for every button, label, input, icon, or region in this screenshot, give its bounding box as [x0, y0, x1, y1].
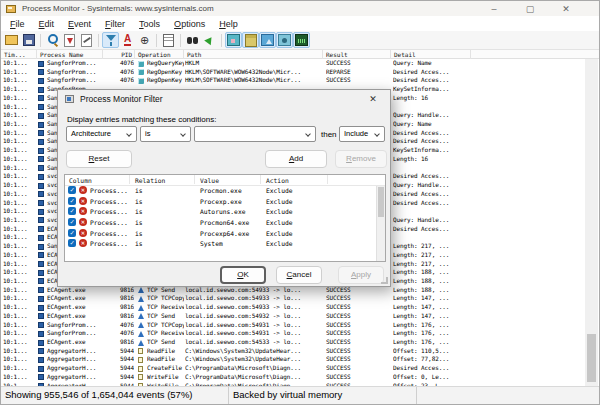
cell-time: 10:1... [3, 111, 37, 120]
menu-item-edit[interactable]: Edit [32, 19, 62, 29]
cell-path: local.id.seewo.com:54933 -> lo... [185, 294, 323, 303]
process-icon [38, 95, 44, 101]
cell-process-name: SangforProm... [47, 76, 103, 85]
filter-rule-row[interactable]: ✓✕Process...isProcmon.exeExclude [65, 186, 385, 197]
filter-cell-column: Process... [90, 197, 128, 208]
cell-operation: TCP TCPCopy [147, 294, 184, 303]
cell-path: C:\Windows\System32\UpdateHear... [185, 347, 323, 356]
filter-header-relation[interactable]: Relation [135, 175, 165, 186]
close-button[interactable]: ✕ [559, 2, 573, 16]
column-header-time[interactable]: Tim... [1, 50, 37, 59]
table-row[interactable]: 10:1...SangforProm...4076RegQueryKeyHKLM… [1, 59, 587, 68]
menu-item-filter[interactable]: Filter [98, 19, 132, 29]
filter-scrollbar-thumb[interactable] [378, 187, 384, 217]
column-dropdown[interactable]: Architecture [66, 126, 137, 142]
checkbox-checked-icon[interactable]: ✓ [68, 218, 76, 226]
minimize-button[interactable]: – [487, 2, 501, 16]
cell-result: REPARSE [326, 68, 388, 77]
filter-header-action[interactable]: Action [266, 175, 289, 186]
table-row[interactable]: 10:1...ECAgent.exe9816TCP Receivelocal.i… [1, 303, 587, 312]
filter-cell-column: Process... [90, 186, 128, 197]
reset-button[interactable]: Reset [66, 150, 132, 168]
cell-detail: Desired Acces... [393, 199, 583, 208]
capture-icon[interactable] [44, 32, 61, 48]
clear-icon[interactable] [78, 32, 95, 48]
filter-rule-row[interactable]: ✓✕Process...isAutoruns.exeExclude [65, 207, 385, 218]
jump-to-icon[interactable] [201, 32, 218, 48]
cell-operation: RegQueryKey [147, 59, 184, 68]
table-row[interactable]: 10:1...ECAgent.exe9816TCP Sendlocal.id.s… [1, 312, 587, 321]
filter-rule-row[interactable]: ✓✕Process...isProcexp64.exeExclude [65, 229, 385, 240]
autoscroll-icon[interactable] [61, 32, 78, 48]
open-icon[interactable] [3, 32, 20, 48]
table-row[interactable]: 10:1...AggregatorH...5944ReadFileC:\Wind… [1, 347, 587, 356]
dialog-resize-grip[interactable] [381, 277, 388, 284]
value-dropdown[interactable] [194, 126, 316, 142]
column-header-pid[interactable]: PID [103, 50, 135, 59]
table-row[interactable]: 10:1...AggregatorH...5944CreateFileC:\Pr… [1, 364, 587, 373]
cell-path: HKLM [185, 59, 323, 68]
event-properties-icon[interactable] [160, 32, 177, 48]
highlight-icon[interactable] [119, 32, 136, 48]
cell-operation: TCP Send [147, 312, 184, 321]
column-header-detail[interactable]: Detail [391, 50, 471, 59]
show-profiling-icon[interactable] [293, 32, 310, 48]
checkbox-checked-icon[interactable]: ✓ [68, 229, 76, 237]
target-icon[interactable] [136, 32, 153, 48]
menu-item-file[interactable]: File [3, 19, 32, 29]
column-header-process[interactable]: Process Name [37, 50, 103, 59]
table-row[interactable]: 10:1...ECAgent.exe9816TCP Sendlocal.id.s… [1, 338, 587, 347]
menu-item-event[interactable]: Event [61, 19, 98, 29]
filter-icon[interactable] [102, 32, 119, 48]
menu-item-help[interactable]: Help [212, 19, 245, 29]
table-row[interactable]: 10:1...AggregatorH...5944ReadFileC:\Wind… [1, 355, 587, 364]
show-process-icon[interactable] [276, 32, 293, 48]
find-icon[interactable] [184, 32, 201, 48]
then-label: then [321, 130, 337, 139]
filter-cell-relation: is [135, 207, 143, 218]
relation-dropdown[interactable]: is [140, 126, 191, 142]
table-row[interactable]: 10:1...SangforProm...4076RegOpenKeyHKLM\… [1, 68, 587, 77]
ok-button[interactable]: OK [220, 266, 266, 284]
filter-list-scrollbar[interactable] [376, 186, 385, 261]
show-registry-icon[interactable] [225, 32, 242, 48]
table-row[interactable]: 10:1...SangforProm...4076TCP TCPCopyloca… [1, 321, 587, 330]
save-icon[interactable] [20, 32, 37, 48]
filter-rule-row[interactable]: ✓✕Process...isProcexp.exeExclude [65, 197, 385, 208]
column-header-path[interactable]: Path [184, 50, 323, 59]
show-file-system-icon[interactable] [242, 32, 259, 48]
table-row[interactable]: 10:1...AggregatorH...5944WriteFileC:\Pro… [1, 373, 587, 382]
process-icon [38, 287, 44, 293]
scrollbar-thumb[interactable] [587, 334, 596, 382]
table-row[interactable]: 10:1...SangforProm...4076TCP Receiveloca… [1, 329, 587, 338]
column-header-result[interactable]: Result [323, 50, 391, 59]
filter-header-column[interactable]: Column [69, 175, 92, 186]
registry-operation-icon [138, 78, 144, 84]
show-network-icon[interactable] [259, 32, 276, 48]
checkbox-checked-icon[interactable]: ✓ [68, 197, 76, 205]
checkbox-checked-icon[interactable]: ✓ [68, 207, 76, 215]
cell-detail: Length: 176, ... [393, 329, 583, 338]
cell-process-name: AggregatorH... [47, 373, 103, 382]
filter-rule-row[interactable]: ✓✕Process...isProcmon64.exeExclude [65, 218, 385, 229]
add-button[interactable]: Add [265, 150, 327, 168]
cancel-button[interactable]: Cancel [276, 266, 322, 284]
maximize-button[interactable]: ▢ [523, 2, 537, 16]
checkbox-checked-icon[interactable]: ✓ [68, 186, 76, 194]
action-dropdown[interactable]: Include [339, 126, 385, 142]
tcp-operation-icon [138, 313, 144, 319]
dialog-close-icon[interactable]: ✕ [366, 93, 380, 105]
registry-operation-icon [138, 61, 144, 67]
checkbox-checked-icon[interactable]: ✓ [68, 239, 76, 247]
filter-header-value[interactable]: Value [200, 175, 219, 186]
cell-operation: CreateFile [147, 364, 184, 373]
table-row[interactable]: 10:1...ECAgent.exe9816TCP TCPCopylocal.i… [1, 294, 587, 303]
column-header-operation[interactable]: Operation [135, 50, 184, 59]
filter-rule-row[interactable]: ✓✕Process...isSystemExclude [65, 239, 385, 250]
menu-item-tools[interactable]: Tools [132, 19, 167, 29]
tcp-operation-icon [138, 322, 144, 328]
menu-item-options[interactable]: Options [167, 19, 212, 29]
table-row[interactable]: 10:1...SangforProm...4076RegOpenKeyHKLM\… [1, 76, 587, 85]
cell-path: C:\ProgramData\Microsoft\Diagn... [185, 373, 323, 382]
vertical-scrollbar[interactable] [585, 59, 598, 386]
